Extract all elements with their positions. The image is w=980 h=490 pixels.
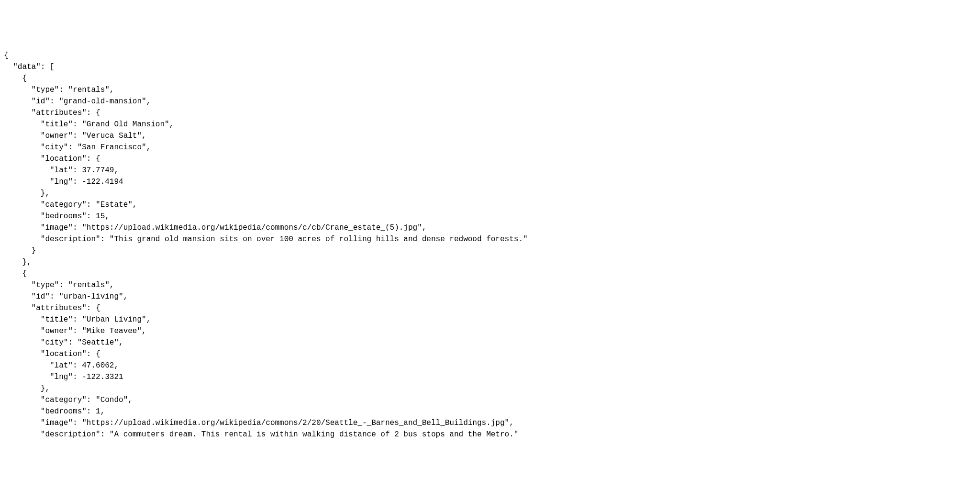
code-line: "lng": -122.3321 — [4, 373, 123, 381]
code-line: "location": { — [4, 350, 100, 358]
code-line: "category": "Estate", — [4, 200, 137, 209]
code-line: "owner": "Mike Teavee", — [4, 327, 146, 335]
code-line: "category": "Condo", — [4, 396, 133, 404]
code-line: "type": "rentals", — [4, 281, 114, 290]
code-line: { — [4, 51, 9, 60]
code-line: "bedrooms": 15, — [4, 212, 110, 221]
code-line: "description": "This grand old mansion s… — [4, 235, 528, 244]
code-line: "title": "Grand Old Mansion", — [4, 120, 174, 129]
code-line: }, — [4, 384, 50, 393]
code-line: "type": "rentals", — [4, 86, 114, 94]
code-line: { — [4, 74, 27, 83]
code-line: "id": "urban-living", — [4, 292, 128, 301]
code-line: "image": "https://upload.wikimedia.org/w… — [4, 419, 514, 427]
code-line: "id": "grand-old-mansion", — [4, 97, 151, 106]
code-line: "lng": -122.4194 — [4, 178, 123, 186]
code-line: { — [4, 269, 27, 278]
code-line: "owner": "Veruca Salt", — [4, 132, 146, 140]
code-line: "image": "https://upload.wikimedia.org/w… — [4, 223, 426, 232]
code-line: "lat": 37.7749, — [4, 166, 119, 175]
code-line: "lat": 47.6062, — [4, 361, 119, 370]
code-line: } — [4, 246, 36, 255]
code-line: "attributes": { — [4, 304, 100, 312]
code-line: "bedrooms": 1, — [4, 407, 105, 416]
code-line: "attributes": { — [4, 109, 100, 117]
code-line: "city": "Seattle", — [4, 338, 123, 347]
code-line: "description": "A commuters dream. This … — [4, 430, 518, 439]
code-line: "title": "Urban Living", — [4, 315, 151, 324]
code-line: }, — [4, 189, 50, 198]
json-code-block: { "data": [ { "type": "rentals", "id": "… — [4, 50, 976, 440]
code-line: "city": "San Francisco", — [4, 143, 151, 152]
code-line: "location": { — [4, 155, 100, 163]
code-line: }, — [4, 258, 32, 267]
code-line: "data": [ — [4, 63, 55, 71]
